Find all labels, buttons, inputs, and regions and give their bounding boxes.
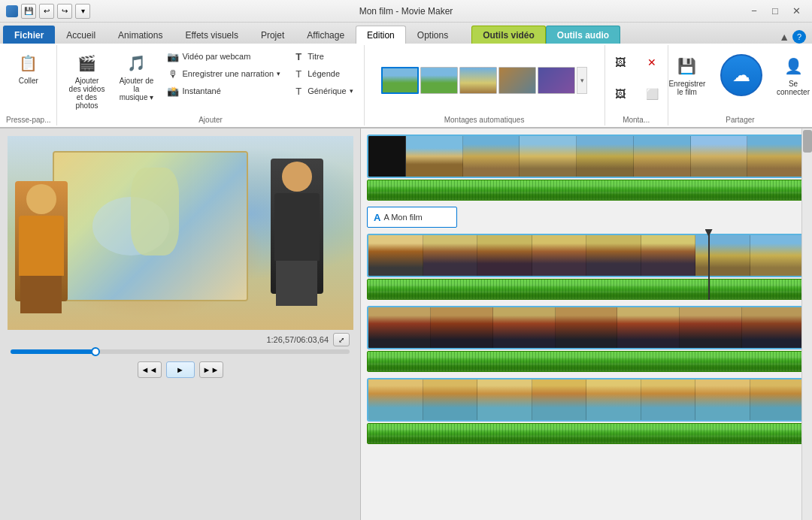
play-button[interactable]: ►	[166, 361, 195, 378]
window-controls: − □ ✕	[744, 4, 806, 19]
montage-thumb-2[interactable]	[420, 67, 458, 94]
timeline-pane: A A Mon film	[361, 128, 812, 520]
tab-accueil[interactable]: Accueil	[55, 26, 107, 44]
scrollbar-thumb[interactable]	[803, 130, 812, 153]
ajouter-videos-button[interactable]: 🎬 Ajouter des vidéoset des photos	[63, 48, 110, 113]
thumb-2-3	[477, 235, 532, 276]
thumb-1-1	[406, 136, 463, 177]
ribbon-ajouter-content: 🎬 Ajouter des vidéoset des photos 🎵 Ajou…	[63, 48, 357, 113]
playhead	[708, 232, 710, 300]
title-bar: 💾 ↩ ↪ ▾ Mon film - Movie Maker − □ ✕	[0, 0, 812, 23]
video-strip-4[interactable]	[367, 378, 806, 422]
question-icon[interactable]: ?	[792, 30, 806, 44]
montage-thumb-3[interactable]	[459, 67, 497, 94]
legende-button[interactable]: T Légende	[288, 65, 357, 82]
ribbon: 📋 Coller Presse-pap... 🎬 Ajouter des vid…	[0, 44, 812, 128]
titre-button[interactable]: T Titre	[288, 48, 357, 65]
waveform-1	[368, 180, 805, 200]
close-button[interactable]: ✕	[786, 4, 806, 19]
tab-edition[interactable]: Edition	[356, 26, 406, 44]
video-strip-2[interactable]	[367, 234, 806, 277]
montage-scroll-down[interactable]: ▾	[577, 67, 587, 94]
expand-button[interactable]: ⤢	[333, 333, 350, 346]
black-leader	[368, 136, 406, 177]
monta-icon2: ✕	[640, 50, 664, 74]
montage-thumb-1[interactable]	[381, 67, 419, 94]
minimize-button[interactable]: −	[744, 4, 764, 19]
tab-outils-video[interactable]: Outils vidéo	[471, 26, 546, 44]
se-connecter-button[interactable]: 👤 Se connecter	[771, 51, 812, 99]
ajouter-col: 📷 Vidéo par webcam 🎙 Enregistrer une nar…	[162, 48, 285, 99]
audio-strip-4	[367, 423, 806, 444]
monta-bottom-row: 🖼 ⬜	[606, 80, 666, 108]
qat-dropdown[interactable]: ▾	[75, 4, 90, 19]
rewind-button[interactable]: ◄◄	[138, 361, 162, 378]
tab-affichage[interactable]: Affichage	[295, 26, 356, 44]
ajouter-musique-label: Ajouter de lamusique ▾	[117, 77, 155, 101]
ribbon-monta-content: 🖼 ✕ 🖼 ⬜	[606, 48, 666, 113]
partager-label: Partager	[726, 113, 754, 124]
coller-label: Coller	[19, 77, 38, 85]
monta-btn1[interactable]: 🖼	[606, 48, 635, 77]
narration-button[interactable]: 🎙 Enregistrer une narration ▾	[162, 65, 285, 82]
legende-label: Légende	[308, 69, 340, 78]
webcam-button[interactable]: 📷 Vidéo par webcam	[162, 48, 285, 65]
tab-options[interactable]: Options	[406, 26, 459, 44]
preview-scene	[8, 136, 353, 330]
webcam-label: Vidéo par webcam	[182, 52, 250, 61]
redo-button[interactable]: ↪	[57, 4, 72, 19]
narration-icon: 🎙	[167, 68, 179, 80]
seek-thumb[interactable]	[91, 347, 100, 356]
track-2	[367, 234, 806, 300]
monta-btn2[interactable]: ✕	[638, 48, 666, 77]
thumb-3-5	[617, 307, 680, 348]
audio-strip-3	[367, 351, 806, 372]
coller-button[interactable]: 📋 Coller	[12, 48, 45, 88]
thumb-2-7	[695, 235, 750, 276]
monta-btn3[interactable]: 🖼	[606, 80, 635, 108]
instantane-button[interactable]: 📸 Instantané	[162, 83, 285, 99]
title-card[interactable]: A A Mon film	[367, 207, 457, 228]
ribbon-group-presse-papier: 📋 Coller Presse-pap...	[0, 45, 57, 125]
thumb-1-6	[691, 136, 748, 177]
ribbon-group-montages: ▾ Montages automatiques	[365, 45, 605, 125]
thumb-row-1: ▾	[381, 67, 587, 94]
save-button[interactable]: 💾	[21, 4, 36, 19]
tab-fichier[interactable]: Fichier	[3, 26, 55, 44]
tab-effets-visuels[interactable]: Effets visuels	[174, 26, 249, 44]
undo-button[interactable]: ↩	[39, 4, 54, 19]
tab-outils-audio[interactable]: Outils audio	[546, 26, 620, 44]
audio-strip-1	[367, 180, 806, 201]
monta-icon1: 🖼	[608, 50, 632, 74]
ribbon-montages-content: ▾	[381, 48, 587, 113]
time-display: 1:26,57/06:03,64 ⤢	[0, 333, 360, 346]
preview-pane: 1:26,57/06:03,64 ⤢ ◄◄ ► ►►	[0, 128, 361, 520]
generique-button[interactable]: T Générique ▾	[288, 83, 357, 99]
generique-label: Générique	[308, 86, 346, 95]
ribbon-group-ajouter: 🎬 Ajouter des vidéoset des photos 🎵 Ajou…	[57, 45, 364, 125]
ajouter-musique-button[interactable]: 🎵 Ajouter de lamusique ▾	[113, 48, 159, 104]
timeline-scrollbar[interactable]	[801, 128, 812, 520]
monta-btn4[interactable]: ⬜	[638, 80, 666, 108]
thumb-4-2	[423, 379, 478, 420]
help-icon: ▲	[779, 31, 789, 43]
cloud-button[interactable]: ☁	[716, 51, 765, 101]
forward-button[interactable]: ►►	[199, 361, 223, 378]
video-strip-3[interactable]	[367, 306, 806, 349]
tab-projet[interactable]: Projet	[250, 26, 295, 44]
ribbon-partager-content: 💾 Enregistrer le film ☁ 👤 Se connecter	[665, 48, 812, 113]
montage-thumb-5[interactable]	[538, 67, 575, 94]
thumb-2-1	[368, 235, 423, 276]
track-1	[367, 135, 806, 201]
enregistrer-icon: 💾	[675, 54, 699, 78]
tab-animations[interactable]: Animations	[107, 26, 174, 44]
seek-bar-container[interactable]	[0, 346, 360, 357]
maximize-button[interactable]: □	[765, 4, 785, 19]
paste-icon: 📋	[17, 51, 41, 75]
track-4	[367, 378, 806, 444]
seek-bar[interactable]	[11, 349, 350, 354]
video-strip-1[interactable]	[367, 135, 806, 178]
montage-thumb-4[interactable]	[498, 67, 536, 94]
enregistrer-film-button[interactable]: 💾 Enregistrer le film	[665, 51, 710, 99]
webcam-icon: 📷	[167, 50, 179, 62]
